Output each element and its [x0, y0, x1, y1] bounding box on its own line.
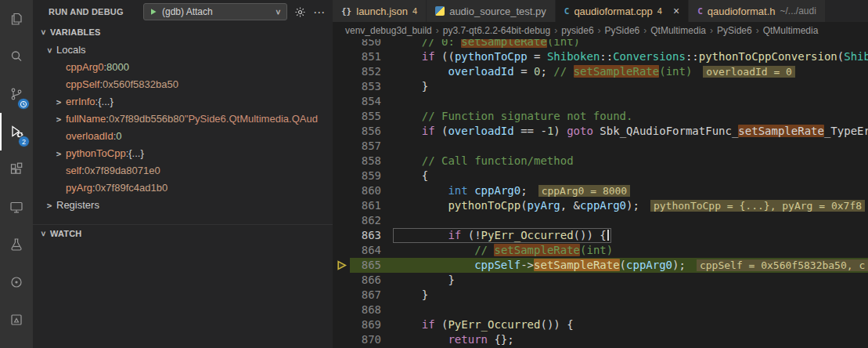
- activity-bar-source-control[interactable]: [0, 75, 33, 113]
- breadcrumb-item[interactable]: pyside6: [561, 25, 593, 36]
- variable-fullName[interactable]: >fullName: 0x7f89db556b80 "PySide6.QtMul…: [33, 110, 333, 127]
- variable-cppArg0[interactable]: cppArg0: 8000: [33, 58, 333, 75]
- activity-bar-remote-explorer[interactable]: [0, 188, 33, 226]
- variable-cppSelf[interactable]: cppSelf: 0x560f5832ba50: [33, 75, 333, 92]
- chevron-right-icon[interactable]: >: [56, 149, 62, 159]
- chevron-right-icon[interactable]: >: [47, 201, 52, 211]
- line-number[interactable]: 854: [350, 94, 381, 109]
- activity-bar-tool-circle[interactable]: [0, 263, 33, 301]
- variable-pythonToCpp[interactable]: >pythonToCpp: {...}: [33, 144, 333, 161]
- debug-config-dropdown[interactable]: (gdb) Attach >: [143, 3, 287, 20]
- code-line-854[interactable]: 854: [333, 94, 868, 109]
- debug-settings-button[interactable]: [294, 6, 306, 18]
- close-icon[interactable]: ×: [673, 5, 679, 17]
- breadcrumb-item[interactable]: QtMultimedia: [763, 25, 819, 36]
- glyph-margin[interactable]: [333, 303, 350, 317]
- code-line-859[interactable]: 859 {: [333, 169, 868, 183]
- line-number[interactable]: 869: [350, 317, 381, 332]
- variables-section-header[interactable]: > VARIABLES: [33, 24, 333, 41]
- line-number[interactable]: 864: [350, 243, 381, 258]
- glyph-margin[interactable]: [333, 273, 350, 288]
- code-line-862[interactable]: 862: [333, 213, 868, 228]
- glyph-margin[interactable]: [333, 332, 350, 347]
- line-number[interactable]: 856: [350, 124, 381, 139]
- variable-overloadId[interactable]: overloadId: 0: [33, 127, 333, 144]
- code-line-864[interactable]: 864 // setSampleRate(int): [333, 243, 868, 258]
- glyph-margin[interactable]: [333, 183, 350, 198]
- code-line-860[interactable]: 860 int cppArg0;cppArg0 = 8000: [333, 183, 868, 198]
- code-line-868[interactable]: 868: [333, 303, 868, 317]
- breadcrumb-item[interactable]: venv_debug3d_build: [345, 25, 432, 36]
- activity-bar-extensions[interactable]: [0, 150, 33, 188]
- glyph-margin[interactable]: [333, 39, 350, 49]
- variable-pyArg[interactable]: pyArg: 0x7f89fc4ad1b0: [33, 179, 333, 196]
- glyph-margin[interactable]: [333, 109, 350, 124]
- code-line-852[interactable]: 852 overloadId = 0; // setSampleRate(int…: [333, 64, 868, 79]
- line-number[interactable]: 855: [350, 109, 381, 124]
- line-number[interactable]: 866: [350, 273, 381, 288]
- glyph-margin[interactable]: [333, 228, 350, 243]
- code-line-863[interactable]: 863 if (!PyErr_Occurred()) {: [333, 228, 868, 243]
- line-number[interactable]: 860: [350, 183, 381, 198]
- breadcrumb-item[interactable]: QtMultimedia: [650, 25, 706, 36]
- glyph-margin[interactable]: [333, 79, 350, 94]
- tab-audio_source_test.py[interactable]: audio_source_test.py: [427, 0, 556, 22]
- tab-launch.json[interactable]: {}launch.json4: [333, 0, 427, 22]
- glyph-margin[interactable]: [333, 94, 350, 109]
- line-number[interactable]: 867: [350, 288, 381, 303]
- chevron-right-icon[interactable]: >: [56, 114, 62, 125]
- code-line-857[interactable]: 857: [333, 139, 868, 154]
- code-line-865[interactable]: 865 cppSelf->setSampleRate(cppArg0);cppS…: [333, 258, 868, 273]
- code-line-855[interactable]: 855 // Function signature not found.: [333, 109, 868, 124]
- glyph-margin[interactable]: [333, 139, 350, 154]
- glyph-margin[interactable]: [333, 198, 350, 213]
- locals-group[interactable]: >Locals: [33, 41, 333, 58]
- tab-qaudioformat.cpp[interactable]: Cqaudioformat.cpp4×: [556, 0, 689, 22]
- activity-bar-search[interactable]: [0, 38, 33, 75]
- code-line-858[interactable]: 858 // Call function/method: [333, 154, 868, 169]
- line-number[interactable]: 850: [350, 39, 381, 49]
- more-actions-button[interactable]: ⋯: [313, 6, 325, 18]
- line-number[interactable]: 858: [350, 154, 381, 169]
- code-line-869[interactable]: 869 if (PyErr_Occurred()) {: [333, 317, 868, 332]
- registers-group[interactable]: >Registers: [33, 196, 333, 213]
- line-number[interactable]: 861: [350, 198, 381, 213]
- code-line-866[interactable]: 866 }: [333, 273, 868, 288]
- chevron-right-icon[interactable]: >: [56, 97, 62, 107]
- line-number[interactable]: 868: [350, 303, 381, 317]
- code-line-853[interactable]: 853 }: [333, 79, 868, 94]
- code-line-851[interactable]: 851 if ((pythonToCpp = Shiboken::Convers…: [333, 49, 868, 64]
- glyph-margin[interactable]: [333, 258, 350, 273]
- code-line-867[interactable]: 867 }: [333, 288, 868, 303]
- glyph-margin[interactable]: [333, 49, 350, 64]
- code-editor[interactable]: 850 // 0: setSampleRate(int)851 if ((pyt…: [333, 39, 868, 348]
- watch-section-header[interactable]: > WATCH: [33, 224, 333, 242]
- activity-bar-explorer[interactable]: [0, 0, 33, 38]
- line-number[interactable]: 863: [350, 228, 381, 243]
- activity-bar-tool-box[interactable]: [0, 301, 33, 339]
- glyph-margin[interactable]: [333, 154, 350, 169]
- line-number[interactable]: 870: [350, 332, 381, 347]
- line-number[interactable]: 859: [350, 169, 381, 183]
- line-number[interactable]: 862: [350, 213, 381, 228]
- glyph-margin[interactable]: [333, 169, 350, 183]
- tab-qaudioformat.h[interactable]: Cqaudioformat.h~/.../audi: [689, 0, 826, 22]
- code-line-850[interactable]: 850 // 0: setSampleRate(int): [333, 39, 868, 49]
- line-number[interactable]: 865: [350, 258, 381, 273]
- glyph-margin[interactable]: [333, 288, 350, 303]
- line-number[interactable]: 852: [350, 64, 381, 79]
- line-number[interactable]: 857: [350, 139, 381, 154]
- glyph-margin[interactable]: [333, 243, 350, 258]
- line-number[interactable]: 853: [350, 79, 381, 94]
- code-line-861[interactable]: 861 pythonToCpp(pyArg, &cppArg0);pythonT…: [333, 198, 868, 213]
- line-number[interactable]: 851: [350, 49, 381, 64]
- activity-bar-run-debug[interactable]: 2: [0, 113, 33, 150]
- breadcrumb-item[interactable]: py3.7-qt6.2.2-64bit-debug: [443, 25, 550, 36]
- glyph-margin[interactable]: [333, 64, 350, 79]
- breadcrumb-item[interactable]: PySide6: [717, 25, 752, 36]
- code-line-856[interactable]: 856 if (overloadId == -1) goto Sbk_QAudi…: [333, 124, 868, 139]
- breadcrumb-item[interactable]: PySide6: [605, 25, 640, 36]
- glyph-margin[interactable]: [333, 213, 350, 228]
- code-line-870[interactable]: 870 return {};: [333, 332, 868, 347]
- variable-self[interactable]: self: 0x7f89da8071e0: [33, 161, 333, 179]
